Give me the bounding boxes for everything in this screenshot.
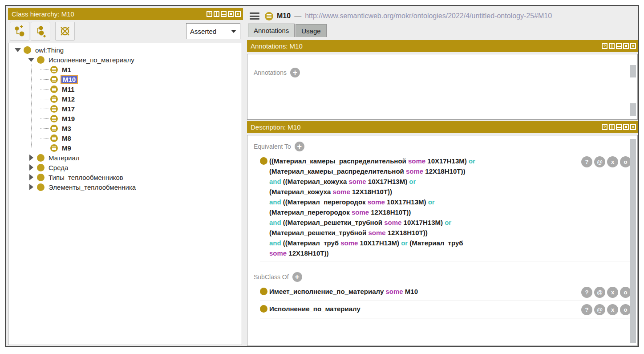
annotations-label: Annotations	[254, 69, 287, 76]
annotations-header: Annotations: M10 ?x	[247, 40, 638, 52]
expander-collapsed-icon[interactable]	[29, 184, 33, 190]
axiom-row[interactable]: Имеет_исполнение_по_материалу some M10?@…	[260, 286, 631, 301]
help-icon[interactable]: ?	[602, 124, 608, 130]
description-scrollbar-thumb[interactable]	[630, 139, 636, 343]
class-expression-text: ((Материал_камеры_распределительной	[269, 157, 408, 165]
keyword-conjunction: and	[269, 198, 281, 206]
annotations-body: Annotations +	[247, 54, 638, 120]
equivalent-class-icon	[50, 115, 58, 122]
annotate-button[interactable]: @	[594, 304, 605, 315]
close-icon[interactable]: x	[235, 11, 241, 17]
expander-collapsed-icon[interactable]	[29, 164, 33, 171]
explain-button[interactable]: ?	[581, 304, 592, 315]
tab-usage[interactable]: Usage	[296, 24, 326, 37]
tree-item-m12[interactable]: M12	[8, 94, 242, 104]
class-expression-text: ((Материал_перегородок	[281, 198, 368, 206]
tree-item-m8[interactable]: M8	[8, 133, 242, 143]
split-vertically-icon[interactable]	[609, 124, 615, 130]
keyword-conjunction: and	[269, 178, 281, 185]
class-icon	[37, 164, 45, 171]
delete-button[interactable]: x	[607, 156, 618, 167]
expander-collapsed-icon[interactable]	[29, 174, 33, 180]
tree-item-m9[interactable]: M9	[8, 143, 242, 153]
menu-icon[interactable]	[250, 12, 259, 20]
keyword-some: some	[368, 198, 385, 206]
class-icon	[260, 288, 267, 295]
class-hierarchy-title: Class hierarchy: M10	[12, 10, 207, 18]
keyword-conjunction: or	[409, 178, 416, 185]
class-expression-text: 12X18H10T))	[423, 167, 465, 175]
tree-item--[interactable]: Материал	[8, 153, 242, 163]
help-icon[interactable]: ?	[207, 11, 212, 17]
keyword-conjunction: or	[401, 239, 408, 247]
float-icon[interactable]	[228, 11, 234, 17]
split-horizontally-icon[interactable]	[616, 124, 622, 130]
tab-annotations[interactable]: Annotations	[248, 24, 295, 37]
split-vertically-icon[interactable]	[609, 43, 615, 49]
keyword-conjunction: or	[445, 219, 451, 226]
close-icon[interactable]: x	[630, 43, 636, 49]
tree-connector	[41, 89, 49, 90]
add-subclass-button[interactable]	[10, 22, 29, 41]
tree-item--[interactable]: Среда	[8, 163, 242, 172]
delete-button[interactable]: x	[607, 287, 618, 298]
equivalent-to-label: Equivalent To	[254, 143, 291, 150]
class-icon	[37, 183, 45, 191]
entity-panel: M10 — http://www.semanticweb.org/mokr/on…	[247, 8, 638, 346]
class-expression-text: 10X17H13M)	[425, 157, 469, 165]
subclass-of-row: SubClass Of +	[254, 272, 637, 282]
close-icon[interactable]: x	[630, 124, 636, 130]
hierarchy-mode-dropdown[interactable]: Asserted	[186, 23, 240, 39]
tree-item-m11[interactable]: M11	[8, 84, 242, 94]
split-horizontally-icon[interactable]	[616, 43, 622, 49]
help-icon[interactable]: ?	[602, 43, 608, 49]
tree-item-m3[interactable]: M3	[8, 123, 242, 133]
tree-item-m10[interactable]: M10	[8, 74, 242, 84]
add-annotation-button[interactable]: +	[290, 68, 300, 77]
annotations-scrollbar-bottom[interactable]	[630, 103, 636, 116]
tree-connector	[41, 138, 49, 138]
delete-class-button[interactable]	[55, 22, 75, 41]
split-vertically-icon[interactable]	[214, 11, 219, 17]
expander-expanded-icon[interactable]	[15, 48, 21, 52]
equivalent-class-icon	[50, 66, 58, 73]
delete-button[interactable]: x	[607, 304, 618, 315]
expander-expanded-icon[interactable]	[28, 58, 34, 62]
tree-connector	[41, 109, 49, 109]
annotate-button[interactable]: @	[594, 287, 605, 298]
tree-connector	[41, 99, 49, 99]
annotations-scrollbar-thumb[interactable]	[630, 65, 636, 77]
entity-separator: —	[294, 12, 301, 20]
class-expression-text: 10X17H13M)	[401, 219, 445, 226]
keyword-some: some	[384, 219, 401, 226]
expander-collapsed-icon[interactable]	[29, 155, 33, 161]
float-icon[interactable]	[623, 43, 629, 49]
tree-item--[interactable]: Элементы_теплообменника	[8, 182, 242, 192]
float-icon[interactable]	[623, 124, 629, 130]
class-expression-text: ((Материал_кожуха	[281, 178, 349, 185]
subclass-of-label: SubClass Of	[254, 273, 289, 281]
annotate-button[interactable]: @	[594, 156, 605, 167]
equivalent-to-row: Equivalent To +	[254, 142, 637, 151]
equivalent-class-icon	[50, 85, 58, 93]
tree-item--[interactable]: Исполнение_по_материалу	[8, 55, 242, 65]
description-section: Description: M10 ?x	[247, 121, 638, 133]
annotations-empty-row: Annotations +	[254, 68, 637, 77]
tree-item-m19[interactable]: M19	[8, 114, 242, 123]
split-horizontally-icon[interactable]	[221, 11, 227, 17]
axiom-row[interactable]: Исполнение_по_материалу?@xo	[260, 304, 631, 318]
annotations-section: Annotations: M10 ?x	[247, 40, 638, 52]
axiom-row[interactable]: ((Материал_камеры_распределительной some…	[260, 156, 631, 261]
tree-item-owl-thing[interactable]: owl:Thing	[8, 45, 242, 55]
class-expression-text: Имеет_исполнение_по_материалу	[269, 288, 385, 295]
explain-button[interactable]: ?	[581, 287, 592, 298]
tree-item--[interactable]: Типы_теплообменников	[8, 172, 242, 182]
tree-guide-line	[31, 65, 32, 148]
add-sibling-class-button[interactable]	[31, 22, 50, 41]
keyword-some: some	[406, 167, 423, 175]
tree-item-m1[interactable]: M1	[8, 65, 242, 74]
explain-button[interactable]: ?	[581, 156, 592, 167]
tree-item-m17[interactable]: M17	[8, 104, 242, 114]
add-superclass-button[interactable]: +	[292, 272, 302, 282]
add-equivalent-class-button[interactable]: +	[295, 142, 304, 151]
